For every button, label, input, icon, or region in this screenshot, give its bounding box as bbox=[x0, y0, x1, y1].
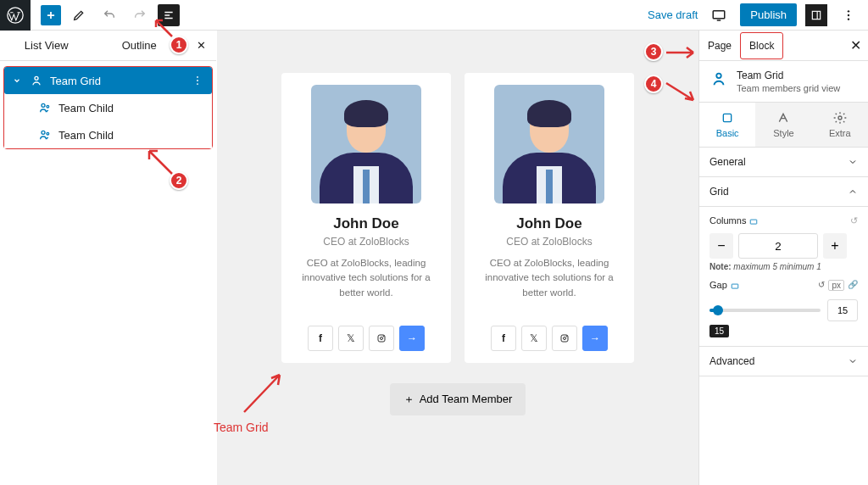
undo-icon[interactable] bbox=[97, 3, 122, 28]
team-card[interactable]: John Doe CEO at ZoloBlocks CEO at ZoloBl… bbox=[465, 73, 634, 363]
team-grid-icon bbox=[30, 74, 43, 87]
svg-point-13 bbox=[47, 132, 49, 135]
close-icon[interactable]: ✕ bbox=[850, 37, 861, 53]
wordpress-logo[interactable] bbox=[0, 0, 31, 31]
publish-button[interactable]: Publish bbox=[740, 3, 797, 26]
team-grid-block[interactable]: John Doe CEO at ZoloBlocks CEO at ZoloBl… bbox=[268, 73, 648, 363]
svg-rect-24 bbox=[732, 284, 738, 288]
subtab-basic[interactable]: Basic bbox=[699, 103, 755, 147]
subtab-extra[interactable]: Extra bbox=[812, 103, 868, 147]
unit-label[interactable]: px bbox=[828, 280, 844, 291]
section-general[interactable]: General bbox=[699, 148, 868, 177]
columns-input[interactable] bbox=[738, 233, 818, 259]
section-grid[interactable]: Grid bbox=[699, 177, 868, 207]
subtab-style[interactable]: Style bbox=[755, 103, 811, 147]
preview-icon[interactable] bbox=[706, 3, 732, 28]
add-team-member-button[interactable]: ＋ Add Team Member bbox=[390, 383, 526, 415]
svg-point-6 bbox=[35, 76, 38, 80]
x-icon[interactable]: 𝕏 bbox=[338, 326, 364, 351]
x-icon[interactable]: 𝕏 bbox=[521, 326, 547, 351]
block-subtitle: Team members grid view bbox=[737, 83, 840, 93]
team-card[interactable]: John Doe CEO at ZoloBlocks CEO at ZoloBl… bbox=[281, 73, 451, 363]
add-block-button[interactable] bbox=[41, 5, 61, 25]
section-advanced[interactable]: Advanced bbox=[699, 347, 868, 376]
increment-button[interactable]: + bbox=[823, 233, 847, 259]
topbar-left bbox=[0, 0, 180, 31]
instagram-icon[interactable] bbox=[552, 326, 577, 351]
member-role: CEO at ZoloBlocks bbox=[475, 236, 624, 248]
svg-point-3 bbox=[848, 10, 849, 12]
svg-point-20 bbox=[716, 74, 721, 79]
reset-icon[interactable]: ↺ bbox=[818, 280, 825, 291]
block-header: Team Grid Team members grid view bbox=[699, 61, 868, 103]
decrement-button[interactable]: − bbox=[709, 233, 733, 259]
plus-icon: ＋ bbox=[403, 392, 415, 407]
svg-point-4 bbox=[848, 14, 849, 15]
columns-label: Columns bbox=[709, 215, 759, 226]
tree-item-label: Team Grid bbox=[50, 75, 101, 87]
svg-point-7 bbox=[197, 76, 198, 78]
member-role: CEO at ZoloBlocks bbox=[292, 236, 441, 248]
facebook-icon[interactable]: f bbox=[491, 326, 516, 351]
tree-item-team-child[interactable]: Team Child bbox=[4, 121, 212, 148]
social-buttons: f 𝕏 → bbox=[292, 326, 441, 351]
gap-slider[interactable] bbox=[709, 309, 821, 312]
block-header-text: Team Grid Team members grid view bbox=[737, 70, 840, 93]
arrow-icon[interactable]: → bbox=[399, 326, 425, 351]
topbar-right: Save draft Publish bbox=[648, 3, 861, 28]
block-settings-panel: Page Block ✕ Team Grid Team members grid… bbox=[698, 31, 868, 485]
svg-rect-1 bbox=[714, 10, 726, 18]
chevron-down-icon bbox=[848, 157, 858, 167]
tree-item-team-child[interactable]: Team Child bbox=[4, 94, 212, 121]
svg-point-9 bbox=[197, 83, 198, 85]
gap-label: Gap bbox=[709, 280, 740, 290]
tree-item-label: Team Child bbox=[58, 102, 114, 114]
member-name: John Doe bbox=[292, 215, 441, 232]
redo-icon[interactable] bbox=[127, 3, 153, 28]
tab-outline[interactable]: Outline bbox=[93, 32, 186, 59]
instagram-icon[interactable] bbox=[369, 326, 394, 351]
tab-page[interactable]: Page bbox=[699, 33, 740, 59]
settings-toggle-icon[interactable] bbox=[805, 4, 827, 26]
block-icon bbox=[709, 70, 728, 88]
document-overview-icon[interactable] bbox=[158, 4, 180, 26]
svg-point-5 bbox=[848, 18, 849, 20]
svg-point-22 bbox=[838, 116, 842, 120]
save-draft-link[interactable]: Save draft bbox=[648, 8, 698, 21]
columns-stepper: − + bbox=[709, 233, 858, 259]
more-icon[interactable] bbox=[192, 75, 203, 86]
member-desc: CEO at ZoloBlocks, leading innovative te… bbox=[292, 256, 441, 300]
add-member-label: Add Team Member bbox=[420, 393, 513, 405]
tree-item-team-grid[interactable]: Team Grid bbox=[4, 67, 212, 94]
editor-topbar: Save draft Publish bbox=[0, 0, 868, 31]
tab-block[interactable]: Block bbox=[740, 32, 783, 59]
arrow-icon[interactable]: → bbox=[582, 326, 608, 351]
svg-point-16 bbox=[383, 336, 384, 337]
gap-slider-row bbox=[709, 299, 858, 321]
facebook-icon[interactable]: f bbox=[308, 326, 333, 351]
chevron-down-icon bbox=[13, 76, 23, 85]
gap-input[interactable] bbox=[827, 299, 858, 321]
svg-rect-23 bbox=[751, 220, 758, 224]
tab-list-view[interactable]: List View bbox=[0, 32, 93, 59]
svg-point-18 bbox=[564, 337, 566, 339]
editor-main: List View Outline ✕ Team Grid bbox=[0, 31, 868, 485]
reset-icon[interactable]: ↺ bbox=[850, 215, 858, 226]
slider-tooltip: 15 bbox=[709, 325, 729, 337]
svg-point-10 bbox=[42, 103, 45, 107]
close-icon[interactable]: ✕ bbox=[186, 39, 216, 52]
list-view-panel: List View Outline ✕ Team Grid bbox=[0, 31, 217, 485]
settings-subtabs: Basic Style Extra bbox=[699, 103, 868, 148]
svg-point-8 bbox=[197, 80, 198, 81]
settings-tabs: Page Block ✕ bbox=[699, 31, 868, 61]
member-name: John Doe bbox=[475, 215, 624, 232]
link-icon[interactable]: 🔗 bbox=[848, 280, 858, 291]
edit-icon[interactable] bbox=[66, 3, 92, 28]
avatar bbox=[494, 85, 604, 203]
svg-rect-2 bbox=[812, 11, 820, 19]
block-tree: Team Grid Team Child Team Child bbox=[3, 66, 213, 149]
grid-settings: Columns ↺ − + Note: maximum 5 minimum 1 … bbox=[699, 207, 868, 347]
options-icon[interactable] bbox=[836, 3, 861, 28]
chevron-up-icon bbox=[848, 187, 858, 197]
svg-point-19 bbox=[566, 336, 567, 337]
